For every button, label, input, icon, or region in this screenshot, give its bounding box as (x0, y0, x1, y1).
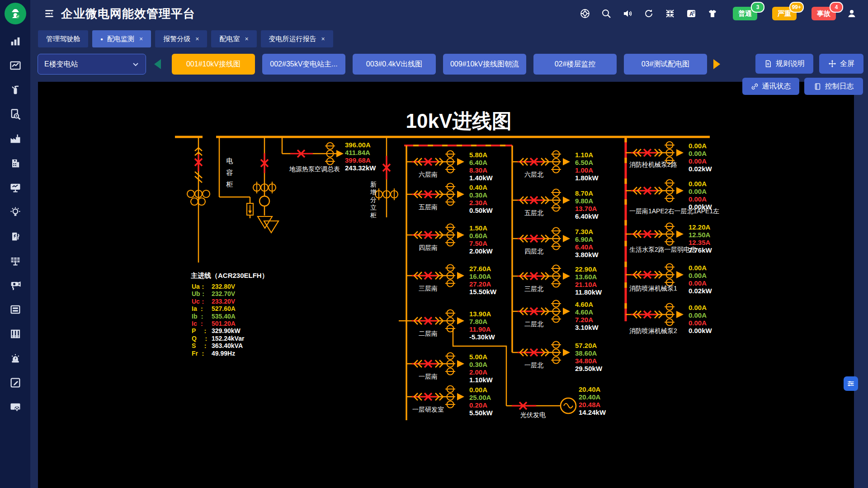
collapse-icon[interactable] (665, 8, 675, 19)
sidebar-item-system-config[interactable] (9, 400, 22, 414)
svg-text:8.70A: 8.70A (575, 189, 593, 197)
diagram-tab-002[interactable]: 002#35kV变电站主... (262, 54, 345, 75)
comm-status-button[interactable]: 通讯状态 (742, 78, 799, 95)
svg-text:12.35A: 12.35A (689, 239, 711, 246)
svg-text:8.30A: 8.30A (469, 166, 487, 174)
feeder-三层北: 22.90A13.60A21.10A11.80kW三层北 (512, 265, 602, 296)
tab-distribution-room[interactable]: 配电室× (211, 30, 256, 47)
sidebar-item-archives[interactable] (9, 327, 22, 341)
diagram-tab-009[interactable]: 009#10kV接线图朝流 (443, 54, 526, 75)
tab-distribution-monitoring[interactable]: ●配电监测× (92, 30, 151, 47)
alarm-severe-button[interactable]: 严重 99+ (772, 7, 797, 20)
sound-icon[interactable] (622, 8, 633, 19)
tabs-scroll-right-icon[interactable] (713, 59, 720, 69)
floor-feeder-section (399, 145, 512, 420)
tab-alarm-grading[interactable]: 报警分级× (155, 30, 207, 47)
sidebar-item-monitoring-screen[interactable] (9, 181, 22, 194)
alarm-accident-count-badge: 4 (830, 2, 843, 13)
station-select-value: E楼变电站 (44, 60, 132, 69)
svg-text:4.60A: 4.60A (575, 300, 593, 308)
rules-button[interactable]: 规则说明 (755, 54, 813, 74)
svg-text:12.50A: 12.50A (689, 231, 711, 239)
sidebar-item-factory[interactable] (9, 132, 22, 145)
svg-text:20.40A: 20.40A (579, 393, 601, 401)
tabs-scroll-left-icon[interactable] (154, 59, 161, 69)
sidebar-item-distribution-cabinet[interactable] (9, 303, 22, 316)
diagram-tab-test[interactable]: 03#测试配电图 (624, 54, 707, 75)
diagram-tab-003[interactable]: 003#0.4kV出线图 (353, 54, 436, 75)
theme-icon[interactable] (707, 8, 718, 19)
search-icon[interactable] (601, 8, 612, 19)
refresh-icon[interactable] (643, 8, 654, 19)
svg-text:527.60A: 527.60A (212, 305, 236, 312)
sidebar-item-alarm-beacon[interactable] (9, 352, 22, 365)
heat-pump-branch: 地源热泵空调总表396.00A411.84A399.68A243.32kW (282, 137, 376, 173)
svg-text:34.80A: 34.80A (575, 357, 597, 365)
user-icon[interactable] (846, 8, 857, 19)
svg-text:0.00A: 0.00A (689, 264, 707, 272)
alarm-normal-button[interactable]: 普通 3 (733, 7, 757, 20)
tab-management-cockpit[interactable]: 管理驾驶舱 (38, 30, 88, 47)
single-line-diagram: 10kV进线图电容柜地源热泵空调总表396.00A411.84A399.68A2… (38, 82, 854, 488)
svg-text:7.30A: 7.30A (575, 228, 593, 235)
feeder-二层北: 4.60A4.60A7.20A3.10kW二层北 (512, 300, 599, 332)
svg-text:29.50kW: 29.50kW (575, 365, 603, 372)
svg-text:38.60A: 38.60A (575, 349, 597, 357)
svg-text:Fr ：: Fr ： (192, 350, 206, 357)
sidebar-item-energy-trend[interactable] (9, 59, 22, 72)
svg-text:四层南: 四层南 (419, 244, 438, 251)
svg-text:Ua：: Ua： (192, 283, 206, 290)
control-log-button[interactable]: 控制日志 (804, 78, 863, 95)
svg-text:399.68A: 399.68A (345, 156, 371, 164)
menu-toggle-icon[interactable] (43, 8, 55, 19)
svg-text:12.20A: 12.20A (689, 223, 711, 231)
svg-text:0.00A: 0.00A (689, 150, 707, 157)
sidebar-item-dashboard-bars[interactable] (9, 34, 22, 48)
sidebar-item-solar-pv[interactable] (9, 254, 22, 267)
alarm-accident-button[interactable]: 事故 4 (811, 7, 836, 20)
diagram-settings-button[interactable] (844, 376, 858, 391)
tab-substation-report[interactable]: 变电所运行报告× (261, 30, 333, 47)
header-bar: 企业微电网能效管理平台 A 普通 3 严重 99+ 事故 4 (30, 0, 868, 27)
feeder-二层南: 13.90A7.80A11.90A-5.30kW二层南 (406, 310, 495, 341)
svg-text:生活水泵2路一层弱电房: 生活水泵2路一层弱电房 (629, 246, 696, 253)
svg-text:21.10A: 21.10A (575, 281, 597, 288)
svg-text:6.40A: 6.40A (575, 243, 593, 251)
svg-text:20.40A: 20.40A (579, 385, 601, 393)
sidebar-item-ev-charging[interactable] (9, 230, 22, 243)
svg-text:5.50kW: 5.50kW (469, 409, 493, 417)
svg-text:152.24kVar: 152.24kVar (212, 335, 245, 342)
svg-text:0.00A: 0.00A (689, 142, 707, 150)
svg-text:0.30A: 0.30A (469, 361, 487, 368)
help-icon[interactable] (580, 8, 590, 19)
sidebar-menu (0, 34, 30, 414)
close-icon[interactable]: × (321, 35, 325, 42)
close-icon[interactable]: × (139, 35, 143, 42)
feeder-六层北: 1.10A6.50A1.00A1.80kW六层北 (512, 151, 599, 182)
svg-text:232.80V: 232.80V (212, 283, 236, 290)
close-icon[interactable]: × (245, 35, 248, 42)
svg-text:1.50A: 1.50A (469, 224, 487, 232)
close-icon[interactable]: × (195, 35, 199, 42)
sidebar (0, 0, 30, 488)
sidebar-item-hospital-building[interactable] (9, 156, 22, 170)
svg-text:0.50kW: 0.50kW (469, 206, 493, 214)
sidebar-item-smart-lighting[interactable] (9, 205, 22, 219)
svg-text:Ub：: Ub： (192, 290, 207, 297)
sidebar-item-patrol-inspection[interactable] (9, 108, 22, 121)
translate-icon[interactable]: A (686, 8, 697, 19)
diagram-tab-floor-monitor[interactable]: 02#楼层监控 (533, 54, 617, 75)
sidebar-item-fire-extinguisher[interactable] (9, 83, 22, 97)
svg-text:五层南: 五层南 (419, 203, 438, 211)
sidebar-item-work-order-edit[interactable] (9, 376, 22, 389)
source-meter-panel: 主进线（ACR230ELFH）Ua：232.80VUb：232.70VUc：23… (191, 272, 269, 357)
sidebar-item-video-surveillance[interactable] (9, 278, 22, 292)
feeder-五层南: 0.40A0.30A2.30A0.50kW五层南 (406, 183, 493, 215)
svg-text:0.00A: 0.00A (689, 319, 707, 327)
svg-text:396.00A: 396.00A (345, 141, 371, 149)
fullscreen-button[interactable]: 全屏 (819, 54, 863, 74)
station-select[interactable]: E楼变电站 (38, 54, 146, 75)
svg-text:0.00A: 0.00A (689, 157, 707, 165)
svg-text:0.20A: 0.20A (469, 401, 487, 409)
diagram-tab-001[interactable]: 001#10kV接线图 (172, 54, 255, 75)
